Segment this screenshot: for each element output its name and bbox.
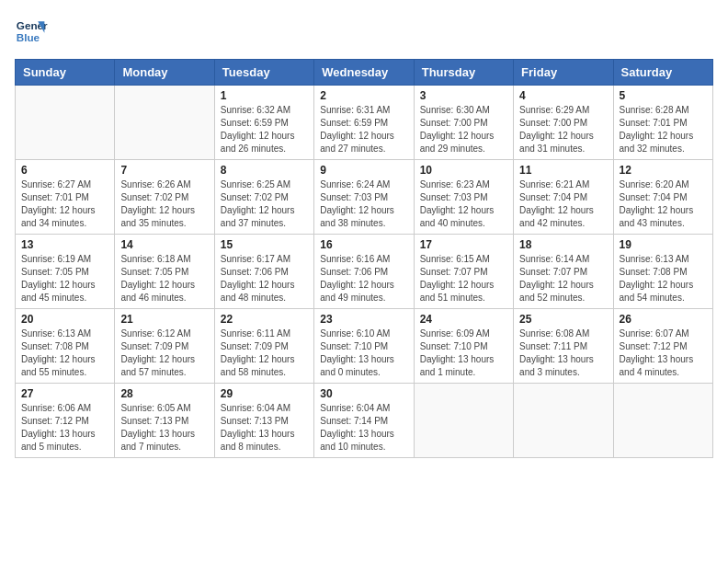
day-info: Sunrise: 6:14 AM Sunset: 7:07 PM Dayligh… bbox=[519, 253, 607, 304]
calendar-table: SundayMondayTuesdayWednesdayThursdayFrid… bbox=[15, 59, 713, 458]
day-info: Sunrise: 6:17 AM Sunset: 7:06 PM Dayligh… bbox=[221, 253, 308, 304]
day-number: 12 bbox=[620, 164, 707, 177]
weekday-header-friday: Friday bbox=[514, 60, 613, 86]
logo-icon: General Blue bbox=[15, 15, 48, 48]
day-number: 14 bbox=[120, 238, 208, 251]
logo: General Blue bbox=[15, 15, 48, 48]
day-number: 11 bbox=[519, 164, 607, 177]
day-number: 24 bbox=[420, 313, 507, 326]
day-number: 9 bbox=[320, 164, 407, 177]
calendar-cell: 5Sunrise: 6:28 AM Sunset: 7:01 PM Daylig… bbox=[613, 86, 712, 160]
day-number: 6 bbox=[21, 164, 108, 177]
day-number: 17 bbox=[420, 238, 507, 251]
day-info: Sunrise: 6:10 AM Sunset: 7:10 PM Dayligh… bbox=[320, 327, 407, 379]
day-number: 8 bbox=[221, 164, 308, 177]
calendar-cell bbox=[414, 384, 513, 458]
day-info: Sunrise: 6:16 AM Sunset: 7:06 PM Dayligh… bbox=[320, 253, 407, 304]
calendar-cell: 2Sunrise: 6:31 AM Sunset: 6:59 PM Daylig… bbox=[314, 86, 414, 160]
day-number: 30 bbox=[320, 387, 407, 400]
calendar-cell: 25Sunrise: 6:08 AM Sunset: 7:11 PM Dayli… bbox=[514, 309, 613, 384]
calendar-cell bbox=[16, 86, 115, 160]
calendar-cell: 29Sunrise: 6:04 AM Sunset: 7:13 PM Dayli… bbox=[214, 384, 313, 458]
calendar-week-3: 13Sunrise: 6:19 AM Sunset: 7:05 PM Dayli… bbox=[16, 235, 713, 309]
weekday-header-tuesday: Tuesday bbox=[214, 60, 313, 86]
weekday-header-saturday: Saturday bbox=[613, 60, 712, 86]
calendar-cell: 16Sunrise: 6:16 AM Sunset: 7:06 PM Dayli… bbox=[314, 235, 414, 309]
day-number: 28 bbox=[120, 387, 208, 400]
calendar-cell: 20Sunrise: 6:13 AM Sunset: 7:08 PM Dayli… bbox=[16, 309, 115, 384]
day-number: 10 bbox=[420, 164, 507, 177]
calendar-cell: 27Sunrise: 6:06 AM Sunset: 7:12 PM Dayli… bbox=[16, 384, 115, 458]
day-number: 2 bbox=[320, 89, 407, 102]
calendar-cell: 24Sunrise: 6:09 AM Sunset: 7:10 PM Dayli… bbox=[414, 309, 513, 384]
day-info: Sunrise: 6:05 AM Sunset: 7:13 PM Dayligh… bbox=[120, 402, 208, 454]
calendar-cell: 21Sunrise: 6:12 AM Sunset: 7:09 PM Dayli… bbox=[115, 309, 214, 384]
calendar-cell: 12Sunrise: 6:20 AM Sunset: 7:04 PM Dayli… bbox=[613, 160, 712, 235]
day-info: Sunrise: 6:04 AM Sunset: 7:13 PM Dayligh… bbox=[221, 402, 308, 454]
day-number: 25 bbox=[519, 313, 607, 326]
day-info: Sunrise: 6:04 AM Sunset: 7:14 PM Dayligh… bbox=[320, 402, 407, 454]
calendar-cell: 17Sunrise: 6:15 AM Sunset: 7:07 PM Dayli… bbox=[414, 235, 513, 309]
day-info: Sunrise: 6:11 AM Sunset: 7:09 PM Dayligh… bbox=[221, 327, 308, 379]
day-info: Sunrise: 6:21 AM Sunset: 7:04 PM Dayligh… bbox=[519, 178, 607, 230]
calendar-cell: 3Sunrise: 6:30 AM Sunset: 7:00 PM Daylig… bbox=[414, 86, 513, 160]
day-info: Sunrise: 6:13 AM Sunset: 7:08 PM Dayligh… bbox=[620, 253, 707, 304]
calendar-cell: 19Sunrise: 6:13 AM Sunset: 7:08 PM Dayli… bbox=[613, 235, 712, 309]
calendar-cell: 15Sunrise: 6:17 AM Sunset: 7:06 PM Dayli… bbox=[214, 235, 313, 309]
weekday-header-row: SundayMondayTuesdayWednesdayThursdayFrid… bbox=[16, 60, 713, 86]
calendar-cell: 9Sunrise: 6:24 AM Sunset: 7:03 PM Daylig… bbox=[314, 160, 414, 235]
day-number: 7 bbox=[120, 164, 208, 177]
day-number: 16 bbox=[320, 238, 407, 251]
calendar-cell: 28Sunrise: 6:05 AM Sunset: 7:13 PM Dayli… bbox=[115, 384, 214, 458]
day-info: Sunrise: 6:27 AM Sunset: 7:01 PM Dayligh… bbox=[21, 178, 108, 230]
calendar-cell: 6Sunrise: 6:27 AM Sunset: 7:01 PM Daylig… bbox=[16, 160, 115, 235]
day-number: 3 bbox=[420, 89, 507, 102]
calendar-cell: 7Sunrise: 6:26 AM Sunset: 7:02 PM Daylig… bbox=[115, 160, 214, 235]
calendar-cell bbox=[514, 384, 613, 458]
day-info: Sunrise: 6:09 AM Sunset: 7:10 PM Dayligh… bbox=[420, 327, 507, 379]
svg-text:Blue: Blue bbox=[17, 31, 40, 43]
day-info: Sunrise: 6:13 AM Sunset: 7:08 PM Dayligh… bbox=[21, 327, 108, 379]
day-info: Sunrise: 6:19 AM Sunset: 7:05 PM Dayligh… bbox=[21, 253, 108, 304]
calendar-cell bbox=[115, 86, 214, 160]
day-number: 1 bbox=[221, 89, 308, 102]
day-info: Sunrise: 6:24 AM Sunset: 7:03 PM Dayligh… bbox=[320, 178, 407, 230]
day-info: Sunrise: 6:12 AM Sunset: 7:09 PM Dayligh… bbox=[120, 327, 208, 379]
calendar-week-5: 27Sunrise: 6:06 AM Sunset: 7:12 PM Dayli… bbox=[16, 384, 713, 458]
calendar-cell: 11Sunrise: 6:21 AM Sunset: 7:04 PM Dayli… bbox=[514, 160, 613, 235]
day-info: Sunrise: 6:26 AM Sunset: 7:02 PM Dayligh… bbox=[120, 178, 208, 230]
day-info: Sunrise: 6:31 AM Sunset: 6:59 PM Dayligh… bbox=[320, 104, 407, 155]
weekday-header-sunday: Sunday bbox=[16, 60, 115, 86]
day-info: Sunrise: 6:15 AM Sunset: 7:07 PM Dayligh… bbox=[420, 253, 507, 304]
day-info: Sunrise: 6:07 AM Sunset: 7:12 PM Dayligh… bbox=[620, 327, 707, 379]
day-info: Sunrise: 6:06 AM Sunset: 7:12 PM Dayligh… bbox=[21, 402, 108, 454]
day-number: 22 bbox=[221, 313, 308, 326]
day-info: Sunrise: 6:29 AM Sunset: 7:00 PM Dayligh… bbox=[519, 104, 607, 155]
day-number: 19 bbox=[620, 238, 707, 251]
day-info: Sunrise: 6:23 AM Sunset: 7:03 PM Dayligh… bbox=[420, 178, 507, 230]
day-info: Sunrise: 6:20 AM Sunset: 7:04 PM Dayligh… bbox=[620, 178, 707, 230]
calendar-cell bbox=[613, 384, 712, 458]
day-number: 27 bbox=[21, 387, 108, 400]
weekday-header-monday: Monday bbox=[115, 60, 214, 86]
day-number: 26 bbox=[620, 313, 707, 326]
day-number: 21 bbox=[120, 313, 208, 326]
day-number: 13 bbox=[21, 238, 108, 251]
page-header: General Blue bbox=[15, 15, 713, 48]
day-info: Sunrise: 6:25 AM Sunset: 7:02 PM Dayligh… bbox=[221, 178, 308, 230]
day-number: 23 bbox=[320, 313, 407, 326]
calendar-cell: 10Sunrise: 6:23 AM Sunset: 7:03 PM Dayli… bbox=[414, 160, 513, 235]
weekday-header-thursday: Thursday bbox=[414, 60, 513, 86]
calendar-cell: 23Sunrise: 6:10 AM Sunset: 7:10 PM Dayli… bbox=[314, 309, 414, 384]
calendar-cell: 18Sunrise: 6:14 AM Sunset: 7:07 PM Dayli… bbox=[514, 235, 613, 309]
day-number: 29 bbox=[221, 387, 308, 400]
day-info: Sunrise: 6:28 AM Sunset: 7:01 PM Dayligh… bbox=[620, 104, 707, 155]
calendar-week-2: 6Sunrise: 6:27 AM Sunset: 7:01 PM Daylig… bbox=[16, 160, 713, 235]
day-info: Sunrise: 6:30 AM Sunset: 7:00 PM Dayligh… bbox=[420, 104, 507, 155]
calendar-cell: 30Sunrise: 6:04 AM Sunset: 7:14 PM Dayli… bbox=[314, 384, 414, 458]
calendar-cell: 13Sunrise: 6:19 AM Sunset: 7:05 PM Dayli… bbox=[16, 235, 115, 309]
day-info: Sunrise: 6:18 AM Sunset: 7:05 PM Dayligh… bbox=[120, 253, 208, 304]
day-info: Sunrise: 6:08 AM Sunset: 7:11 PM Dayligh… bbox=[519, 327, 607, 379]
calendar-cell: 4Sunrise: 6:29 AM Sunset: 7:00 PM Daylig… bbox=[514, 86, 613, 160]
day-number: 15 bbox=[221, 238, 308, 251]
